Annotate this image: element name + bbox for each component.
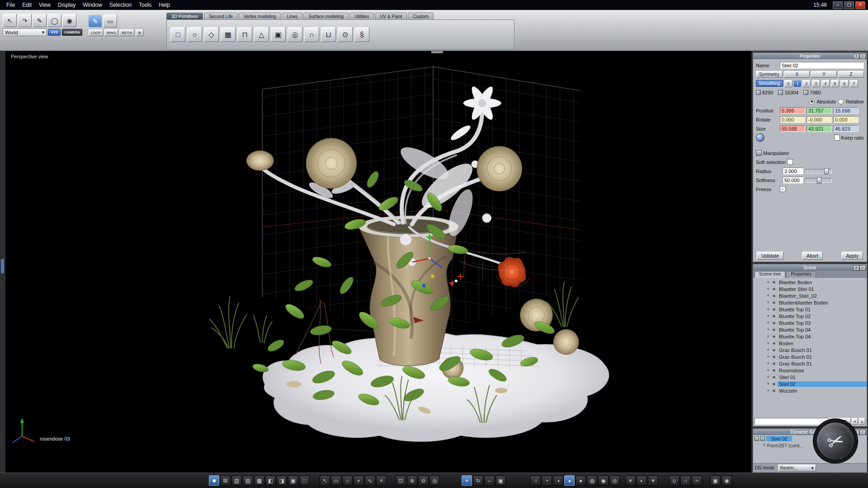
- rotate-z-field[interactable]: [833, 116, 859, 123]
- properties-titlebar[interactable]: Properties ▾ ×: [753, 53, 867, 59]
- clear-selection-button[interactable]: ⊗: [136, 29, 143, 36]
- radius-slider[interactable]: [805, 169, 832, 174]
- material-icon[interactable]: ✶: [766, 300, 770, 305]
- symmetry-z-button[interactable]: Z: [838, 71, 864, 78]
- scale-manipulator-icon[interactable]: ⇔: [484, 475, 495, 486]
- tree-item[interactable]: ✶◉Bluette Top 04: [753, 326, 867, 333]
- tree-item[interactable]: ✶◉Bluette Top 03: [753, 319, 867, 326]
- close-button[interactable]: ×: [855, 1, 865, 9]
- material-icon[interactable]: ✶: [766, 294, 770, 298]
- smoothing-button[interactable]: Smoothing: [756, 80, 783, 87]
- relative-radio[interactable]: [838, 99, 844, 104]
- dg-mode-dropdown[interactable]: Restric... ▾: [778, 465, 816, 471]
- layout-grid-icon[interactable]: ▦: [254, 475, 264, 486]
- smoothing-5-button[interactable]: 5: [831, 80, 839, 87]
- primitive-pyramid-button[interactable]: ∩: [304, 27, 319, 42]
- spin-down-icon[interactable]: ▾: [852, 418, 858, 425]
- deselect-icon[interactable]: ×: [376, 475, 387, 486]
- material-icon[interactable]: ✶: [766, 328, 770, 332]
- size-y-field[interactable]: [807, 125, 832, 132]
- menu-help[interactable]: Help: [155, 1, 174, 9]
- tree-item[interactable]: ✶◉Gras Busch 01: [753, 347, 867, 353]
- smoothing-6-button[interactable]: 6: [840, 80, 849, 87]
- camera-lens-button[interactable]: ◉: [62, 14, 76, 27]
- maximize-button[interactable]: ▢: [844, 1, 854, 9]
- ring-select-button[interactable]: RING: [104, 29, 118, 36]
- radius-field[interactable]: [783, 168, 803, 174]
- minimize-button[interactable]: –: [833, 1, 843, 9]
- soft-selection-checkbox[interactable]: [787, 159, 793, 165]
- freehand-select-icon[interactable]: ∿: [365, 475, 375, 486]
- smoothing-1-button[interactable]: 1: [794, 80, 801, 87]
- eye-icon[interactable]: ◉: [772, 348, 776, 352]
- close-panel-icon[interactable]: ×: [859, 54, 866, 59]
- dg-root-item[interactable]: Stiel 02: [766, 436, 792, 441]
- eye-icon[interactable]: ◉: [772, 287, 776, 291]
- material-icon[interactable]: ✶: [766, 321, 770, 325]
- smoothing-2-button[interactable]: 2: [802, 80, 811, 87]
- highlight-icon[interactable]: ✶: [648, 475, 658, 486]
- eye-icon[interactable]: ◉: [772, 294, 776, 298]
- material-icon[interactable]: ✶: [766, 368, 770, 372]
- layout-empty-icon[interactable]: □: [299, 475, 310, 486]
- position-z-field[interactable]: [833, 107, 859, 114]
- lasso-select-icon[interactable]: ○: [342, 475, 353, 486]
- half-light-icon[interactable]: ◐: [637, 475, 647, 486]
- select-arrow-button[interactable]: ↖: [3, 14, 17, 27]
- tree-item[interactable]: ✶◉Bluette Top 04: [753, 333, 867, 340]
- menu-file[interactable]: File: [3, 1, 19, 9]
- symmetry-x-button[interactable]: X: [784, 71, 810, 78]
- draw-tool-button[interactable]: ✎: [33, 14, 47, 27]
- tree-item[interactable]: ✶◉Boden: [753, 340, 867, 347]
- material-mode-icon[interactable]: ◉: [598, 475, 609, 486]
- menu-selection[interactable]: Selection: [106, 1, 135, 9]
- primitive-plane-button[interactable]: ◇: [204, 27, 219, 42]
- material-icon[interactable]: ✶: [766, 355, 770, 359]
- layout-rows-icon[interactable]: ▤: [243, 475, 253, 486]
- sun-light-icon[interactable]: ☀: [625, 475, 636, 486]
- primitive-tube-button[interactable]: ⊙: [338, 27, 353, 42]
- hidden-line-mode-icon[interactable]: ◔: [542, 475, 552, 486]
- eye-icon[interactable]: ◉: [772, 382, 776, 386]
- material-icon[interactable]: ✶: [766, 375, 770, 379]
- tree-item[interactable]: ✶◉Blaetter_Stiel_02: [753, 292, 867, 299]
- validate-button[interactable]: Validate: [757, 252, 783, 260]
- tree-item[interactable]: ✶◉Blaetter Stiel 01: [753, 286, 867, 292]
- rotate-manipulator-icon[interactable]: ↻: [473, 475, 483, 486]
- primitive-sphere-button[interactable]: ○: [187, 27, 202, 42]
- eye-icon[interactable]: ◉: [772, 341, 776, 345]
- snap-grid-icon[interactable]: ∩: [680, 475, 691, 486]
- between-select-button[interactable]: BETW: [119, 29, 134, 36]
- universal-manipulator-icon[interactable]: ▣: [495, 475, 506, 486]
- collapse-panel-icon[interactable]: ▾: [853, 54, 859, 59]
- dg-visibility-icon[interactable]: [760, 436, 765, 441]
- eye-icon[interactable]: ◉: [772, 361, 776, 366]
- material-icon[interactable]: ✶: [766, 334, 770, 338]
- tab-3d-primitives[interactable]: 3D Primitives: [166, 13, 203, 19]
- snap-magnet-icon[interactable]: ∪: [669, 475, 679, 486]
- eye-icon[interactable]: ◉: [772, 300, 776, 305]
- shaded-wire-mode-icon[interactable]: ●: [576, 475, 586, 486]
- target-select-icon[interactable]: ⌖: [354, 475, 364, 486]
- primitive-cone-button[interactable]: △: [254, 27, 269, 42]
- pick-select-icon[interactable]: ↖: [320, 475, 330, 486]
- symmetry-button[interactable]: Symmetry: [756, 71, 783, 78]
- eye-icon[interactable]: ◉: [772, 321, 776, 325]
- position-y-field[interactable]: [807, 107, 832, 114]
- flat-shade-mode-icon[interactable]: ◑: [553, 475, 563, 486]
- material-icon[interactable]: ✶: [766, 361, 770, 366]
- scene-titlebar[interactable]: Scene ▾ ×: [753, 264, 867, 271]
- eye-icon[interactable]: ◉: [772, 328, 776, 332]
- close-panel-icon[interactable]: ×: [859, 265, 866, 271]
- textured-mode-icon[interactable]: ◍: [587, 475, 597, 486]
- apply-button[interactable]: Apply: [841, 252, 863, 260]
- zoom-region-icon[interactable]: ◎: [429, 475, 440, 486]
- layout-single-view-icon[interactable]: ■: [209, 475, 219, 486]
- close-panel-icon[interactable]: ×: [859, 430, 866, 435]
- snap-tolerance-icon[interactable]: ≈: [692, 475, 702, 486]
- freeze-checkbox[interactable]: [780, 186, 786, 192]
- rotate-x-field[interactable]: [780, 116, 805, 123]
- camera-toggle-button[interactable]: CAMERA: [62, 29, 82, 36]
- material-icon[interactable]: ✶: [766, 341, 770, 345]
- eye-icon[interactable]: ◉: [772, 368, 776, 372]
